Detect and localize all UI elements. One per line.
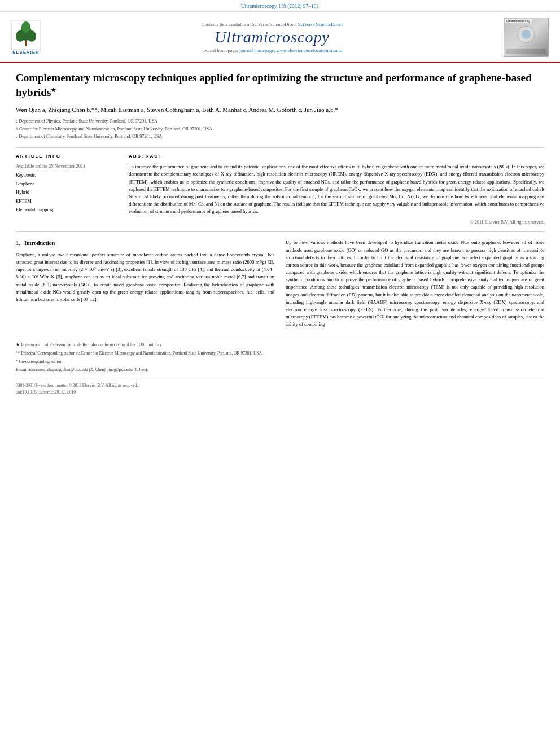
body-col-left: 1. Introduction Graphene, a unique two-d…	[16, 239, 274, 331]
article-title: Complementary microscopy techniques appl…	[16, 71, 544, 99]
authors-line: Wen Qian a, Zhiqiang Chen b,**, Micah Ea…	[16, 105, 544, 115]
body-col-right: Up to now, various methods have been dev…	[286, 239, 544, 331]
article-body: ARTICLE INFO Available online 25 Novembe…	[16, 154, 544, 225]
keywords-list: Graphene Hybrid EFTEM Elemental mapping	[16, 180, 117, 214]
page-footer: 0304-3991/$ - see front matter © 2011 El…	[16, 379, 544, 396]
keyword-hybrid: Hybrid	[16, 188, 117, 196]
sciverse-line: Contents lists available at SciVerse Sci…	[41, 21, 504, 27]
abstract-text: To improve the performance of graphene a…	[129, 163, 544, 215]
journal-homepage: journal homepage: journal homepage: www.…	[41, 47, 504, 53]
affiliations: a Department of Physics, Portland State …	[16, 118, 544, 141]
footer-issn: 0304-3991/$ - see front matter © 2011 El…	[16, 382, 544, 389]
main-content: Complementary microscopy techniques appl…	[0, 63, 560, 401]
copyright: © 2011 Elsevier B.V. All rights reserved…	[129, 220, 544, 225]
elsevier-logo: ELSEVIER	[11, 20, 41, 55]
keyword-graphene: Graphene	[16, 180, 117, 188]
journal-title: Ultramicroscopy	[41, 28, 504, 46]
keywords-label: Keywords:	[16, 172, 117, 178]
svg-point-3	[16, 30, 25, 42]
footnote-2: ** Principal Corresponding author at: Ce…	[16, 350, 544, 357]
body-columns: 1. Introduction Graphene, a unique two-d…	[16, 239, 544, 331]
footnote-1: ★ In memoriam of Professor Gertrude Remp…	[16, 342, 544, 348]
footer-doi: doi:10.1016/j.ultramic.2011.11.010	[16, 389, 544, 396]
intro-para-col2-1: Up to now, various methods have been dev…	[286, 239, 544, 328]
affiliation-b: b Center for Electron Microscopy and Nan…	[16, 126, 544, 133]
journal-citation: Ultramicroscopy 119 (2012) 97–101	[241, 3, 320, 9]
journal-thumbnail: ultramicroscopy	[504, 18, 549, 57]
journal-top-bar: Ultramicroscopy 119 (2012) 97–101	[0, 0, 560, 12]
intro-title: Introduction	[24, 240, 55, 246]
sciverse-link[interactable]: SciVerse ScienceDirect	[298, 21, 343, 27]
section-divider	[16, 231, 544, 232]
abstract-label: ABSTRACT	[129, 154, 544, 159]
footnotes-area: ★ In memoriam of Professor Gertrude Remp…	[16, 338, 544, 373]
journal-header: ELSEVIER Contents lists available at Sci…	[0, 12, 560, 63]
thumb-label: ultramicroscopy	[505, 19, 532, 23]
affiliation-c: c Department of Chemistry, Portland Stat…	[16, 133, 544, 141]
journal-header-center: Contents lists available at SciVerse Sci…	[41, 21, 504, 53]
journal-header-left: ELSEVIER	[11, 20, 41, 55]
intro-num: 1.	[16, 240, 20, 246]
article-info-col: ARTICLE INFO Available online 25 Novembe…	[16, 154, 117, 225]
rule-1	[16, 147, 544, 148]
keyword-elemental-mapping: Elemental mapping	[16, 206, 117, 214]
svg-rect-9	[506, 49, 546, 54]
page-wrapper: Ultramicroscopy 119 (2012) 97–101 ELSEVI…	[0, 0, 560, 747]
elsevier-label: ELSEVIER	[12, 50, 40, 55]
intro-para-1: Graphene, a unique two-dimensional perfe…	[16, 251, 274, 303]
footnote-4: E-mail addresses: zhiqiang.chen@pdx.edu …	[16, 366, 544, 373]
affiliation-a: a Department of Physics, Portland State …	[16, 118, 544, 125]
svg-point-8	[522, 30, 531, 39]
journal-homepage-link[interactable]: journal homepage: www.elsevier.com/locat…	[239, 47, 342, 53]
available-online: Available online 25 November 2011	[16, 163, 117, 169]
thumb-svg	[504, 18, 549, 57]
abstract-col: ABSTRACT To improve the performance of g…	[129, 154, 544, 225]
elsevier-tree-icon	[11, 20, 41, 50]
intro-heading: 1. Introduction	[16, 239, 274, 248]
svg-point-5	[21, 21, 30, 33]
article-info-label: ARTICLE INFO	[16, 154, 117, 159]
footnote-3: * Co-corresponding author.	[16, 359, 544, 365]
journal-thumb-image: ultramicroscopy	[504, 18, 549, 57]
svg-point-4	[27, 30, 36, 42]
keyword-eftem: EFTEM	[16, 197, 117, 206]
